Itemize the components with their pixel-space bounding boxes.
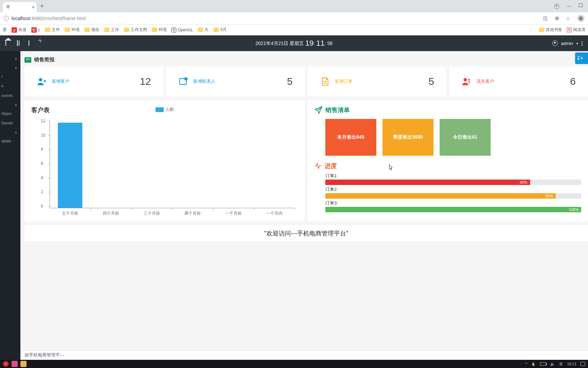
bookmark-item[interactable]: 环境 [152, 27, 167, 33]
datetime-display: 2021年4月21日 星期五 19: 11: 56 [256, 39, 332, 48]
cloud-sync-button[interactable] [575, 52, 588, 64]
person-add-icon [37, 76, 47, 87]
bookmark-item[interactable]: 工作文档 [124, 27, 147, 33]
folder-icon [45, 28, 50, 32]
document-icon [320, 76, 330, 87]
sidebar-item[interactable]: ources [0, 91, 20, 100]
folder-icon [152, 28, 157, 32]
app-toolbar: 2021年4月21日 星期五 19: 11: 56 admin ▾ [0, 35, 588, 51]
section-title: 销售简报 [34, 57, 54, 63]
password-key-icon[interactable]: ⚿ [543, 16, 548, 21]
username[interactable]: admin [561, 41, 573, 46]
contact-icon [178, 76, 189, 87]
person-alert-icon [461, 76, 472, 87]
sidebar-collapse-icon[interactable]: ▾ [0, 55, 20, 63]
chart-title: 客户表 [31, 106, 50, 114]
app-footer: @手机电商管理平--- [20, 350, 588, 360]
calendar-icon[interactable] [29, 41, 34, 46]
svg-point-3 [463, 78, 467, 81]
progress-row: 订单2: 90% [314, 186, 581, 199]
bookmark-item[interactable]: 工作 [104, 27, 119, 33]
x-axis-label: 五个月前 [62, 211, 78, 216]
profile-avatar-icon[interactable] [577, 15, 585, 22]
url[interactable]: localhost:8080/crm/html/frame.html [12, 16, 86, 21]
bookmarks-separator [530, 27, 531, 33]
sidebar-item[interactable]: ablish [0, 136, 20, 146]
customers-chart-panel: 客户表 人数 024681012五个月前四个月前三个月前两个月前一个月前一个月内 [24, 101, 305, 222]
folder-icon [104, 28, 110, 32]
sales-today-box[interactable]: 今日售出61 [440, 119, 491, 156]
sidebar-item[interactable]: r [0, 72, 20, 81]
browser-tab[interactable]: 平 × [3, 2, 37, 12]
stat-value: 5 [287, 76, 293, 87]
bookmark-item[interactable]: 大 [198, 27, 209, 33]
folder-icon [539, 28, 544, 32]
progress-fill: 80% [325, 180, 530, 185]
window-minimize-icon[interactable]: — [567, 3, 571, 9]
progress-fill: 90% [325, 193, 556, 199]
svg-point-4 [468, 79, 470, 81]
reading-list[interactable]: 阅读清 [567, 27, 585, 33]
svg-rect-5 [469, 81, 470, 84]
stat-label: 新增订单 [335, 78, 353, 85]
stat-label: 流失客户 [476, 78, 494, 85]
welcome-marquee: "欢迎访问---手机电商管理平台" [24, 225, 588, 242]
bookmark-item[interactable]: 文件 [45, 27, 60, 33]
tab-close-icon[interactable]: × [32, 4, 35, 10]
sidebar-collapse-icon[interactable]: ▴ [0, 63, 20, 72]
bookmark-item[interactable]: 5月 [213, 27, 227, 33]
stat-new-orders[interactable]: 新增订单 5 [308, 66, 446, 96]
chart-legend: 人数 [156, 107, 174, 112]
zoom-icon[interactable]: ⊕ [555, 15, 559, 21]
account-circle-icon[interactable] [554, 3, 559, 9]
sales-month-box[interactable]: 本月售出645 [325, 119, 376, 156]
stat-label: 新增客户 [52, 78, 69, 85]
stat-new-customers[interactable]: 新增客户 12 [24, 66, 163, 96]
home-icon[interactable] [5, 41, 11, 46]
sidebar-item[interactable]: Oppor [0, 109, 20, 118]
sidebar-collapse-icon[interactable]: ▴ [0, 128, 20, 136]
youdao-icon: y [12, 27, 17, 33]
book-icon [172, 28, 176, 32]
sidebar-item[interactable]: Develo [0, 118, 20, 128]
bookmark-item[interactable]: Cc [31, 27, 40, 33]
window-maximize-icon[interactable] [579, 3, 583, 7]
user-chevron-down-icon[interactable]: ▾ [576, 42, 578, 45]
sales-panel: 销售清单 本月售出645 季度售出5680 今日售出61 进度 订单1: 80%… [308, 101, 588, 222]
sales-list-title: 销售清单 [325, 106, 350, 114]
bookmark-item[interactable]: OpenGL [172, 28, 193, 32]
paper-plane-icon [314, 106, 323, 114]
more-menu-icon[interactable] [582, 41, 583, 46]
progress-fill: 100% [325, 207, 581, 212]
sales-quarter-box[interactable]: 季度售出5680 [382, 119, 434, 156]
bookmark-item[interactable]: y有道 [12, 27, 27, 33]
stat-new-contacts[interactable]: 新增联系人 5 [166, 66, 305, 96]
fullscreen-icon[interactable] [40, 41, 46, 46]
x-axis-label: 一个月内 [266, 211, 282, 216]
x-axis-label: 三个月前 [144, 211, 160, 216]
tab-title: 平 [6, 4, 10, 10]
chart-bar[interactable] [58, 123, 82, 208]
sidebar-collapse-icon[interactable]: ▴ [0, 100, 20, 109]
bookmark-star-icon[interactable]: ☆ [566, 16, 570, 21]
main-content: 销售简报 新增客户 12 新增联系人 5 新增订单 5 流失客户 6 [20, 51, 588, 360]
bookmark-item[interactable]: 度 [3, 27, 7, 33]
folder-icon [124, 28, 129, 32]
bookmark-other[interactable]: 其他书签 [539, 27, 562, 33]
sidebar-item[interactable]: e [0, 81, 20, 91]
folder-icon [198, 28, 203, 32]
bookmark-item[interactable]: 项目 [84, 27, 99, 33]
stat-value: 12 [140, 76, 151, 87]
bookmark-item[interactable]: 环境 [65, 27, 80, 33]
legend-swatch [156, 107, 164, 112]
x-axis-label: 四个月前 [103, 211, 119, 216]
sidebar-toggle-icon[interactable] [17, 41, 22, 46]
progress-row: 订单1: 80% [314, 173, 581, 185]
folder-icon [213, 28, 219, 32]
site-info-icon[interactable]: i [3, 16, 9, 21]
c-icon: C [31, 27, 37, 33]
progress-title: 进度 [325, 162, 337, 170]
stat-lost-customers[interactable]: 流失客户 6 [449, 66, 588, 96]
new-tab-button[interactable]: + [40, 3, 44, 10]
folder-icon [65, 28, 70, 32]
